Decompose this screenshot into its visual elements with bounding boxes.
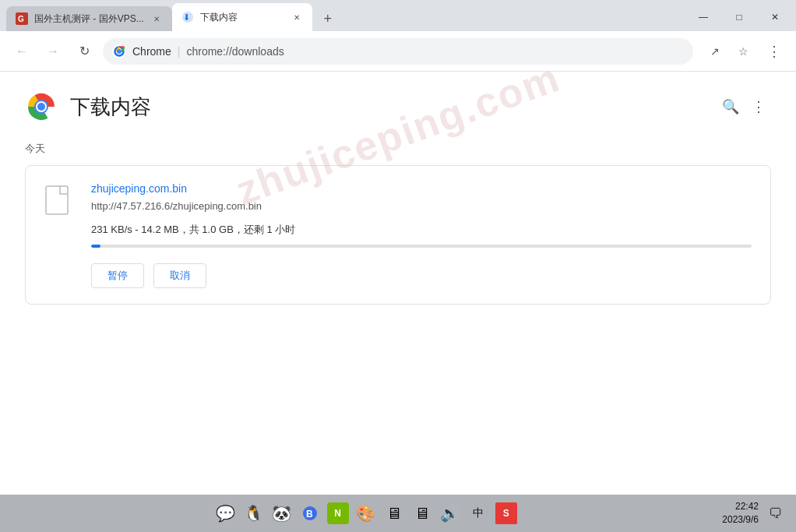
svg-text:B: B xyxy=(306,509,313,520)
refresh-button[interactable]: ↻ xyxy=(72,39,97,64)
wechat-icon[interactable]: 💬 xyxy=(215,502,237,524)
nvidia-icon[interactable]: N xyxy=(327,502,349,524)
progress-bar-container xyxy=(91,245,752,248)
page-menu-button[interactable]: ⋮ xyxy=(746,94,771,119)
new-tab-button[interactable]: + xyxy=(315,6,340,31)
window-controls: — □ ✕ xyxy=(685,6,796,31)
url-bar[interactable]: Chrome | chrome://downloads xyxy=(103,38,693,65)
notification-icon: 🗨 xyxy=(769,506,783,522)
notification-button[interactable]: 🗨 xyxy=(765,502,787,524)
input-method-icon[interactable]: 中 xyxy=(467,502,489,524)
search-icon: 🔍 xyxy=(722,98,739,115)
svg-rect-11 xyxy=(46,186,68,214)
bookmark-button[interactable]: ☆ xyxy=(731,39,755,64)
clock-date: 2023/9/6 xyxy=(722,513,759,527)
color-icon[interactable]: 🎨 xyxy=(355,502,377,524)
page-header: 下载内容 🔍 ⋮ xyxy=(25,90,771,123)
url-actions: ↗ ☆ xyxy=(703,39,755,64)
clock-time: 22:42 xyxy=(722,500,759,513)
download-url: http://47.57.216.6/zhujiceping.com.bin xyxy=(91,200,752,212)
url-separator: | xyxy=(178,45,181,58)
download-progress-text: 231 KB/s - 14.2 MB，共 1.0 GB，还剩 1 小时 xyxy=(91,223,752,237)
share-button[interactable]: ↗ xyxy=(703,39,727,64)
bluetooth-icon[interactable]: B xyxy=(299,502,321,524)
progress-bar-fill xyxy=(91,245,100,248)
maximize-button[interactable]: □ xyxy=(721,6,757,28)
page-content: zhujiceping.com 下载内容 🔍 xyxy=(0,72,796,495)
display2-icon[interactable]: 🖥 xyxy=(411,502,433,524)
tab-active-favicon: ⬇ xyxy=(181,11,194,23)
taskbar: 💬 🐧 🐼 B N 🎨 🖥 🖥 🔊 中 S 22:42 2023/9/6 🗨 xyxy=(0,495,796,532)
tab-active-title: 下载内容 xyxy=(200,11,284,24)
tab-inactive-close[interactable]: ✕ xyxy=(150,12,163,25)
page-header-left: 下载内容 xyxy=(25,90,151,123)
section-label: 今天 xyxy=(25,142,771,156)
qq2-icon[interactable]: 🐼 xyxy=(271,502,293,524)
download-actions: 暂停 取消 xyxy=(91,263,752,288)
forward-button[interactable]: → xyxy=(41,39,65,64)
tab-active[interactable]: ⬇ 下载内容 ✕ xyxy=(172,3,312,31)
refresh-icon: ↻ xyxy=(79,44,90,58)
browser-menu-icon: ⋮ xyxy=(767,43,781,60)
download-card: zhujiceping.com.bin http://47.57.216.6/z… xyxy=(25,165,771,305)
share-icon: ↗ xyxy=(710,45,720,58)
bluetooth-icon-svg: B xyxy=(302,506,318,521)
svg-text:G: G xyxy=(18,15,24,23)
close-button[interactable]: ✕ xyxy=(757,6,793,28)
browser-menu-button[interactable]: ⋮ xyxy=(762,39,787,64)
title-bar: G 国外主机测评 - 国外VPS... ✕ ⬇ 下载内容 ✕ + — □ ✕ xyxy=(0,0,796,31)
forward-icon: → xyxy=(47,44,59,58)
download-info: zhujiceping.com.bin http://47.57.216.6/z… xyxy=(91,181,752,288)
chrome-logo-icon xyxy=(112,44,126,58)
tab-active-close[interactable]: ✕ xyxy=(291,11,303,23)
url-text: chrome://downloads xyxy=(186,45,284,58)
taskbar-icons: 💬 🐧 🐼 B N 🎨 🖥 🖥 🔊 中 S xyxy=(9,502,722,524)
page-title: 下载内容 xyxy=(70,93,151,121)
svg-text:⬇: ⬇ xyxy=(183,12,190,22)
tab-inactive-favicon: G xyxy=(16,12,28,25)
minimize-button[interactable]: — xyxy=(685,6,721,28)
address-bar: ← → ↻ Chrome | chrome://downloads ↗ ☆ ⋮ xyxy=(0,31,796,72)
chrome-logo-large-icon xyxy=(25,90,58,123)
volume-icon[interactable]: 🔊 xyxy=(439,502,461,524)
search-button[interactable]: 🔍 xyxy=(718,94,743,119)
back-icon: ← xyxy=(16,44,28,58)
tab-inactive-title: 国外主机测评 - 国外VPS... xyxy=(34,12,144,26)
pause-button[interactable]: 暂停 xyxy=(91,263,144,288)
back-button[interactable]: ← xyxy=(9,39,34,64)
cancel-button[interactable]: 取消 xyxy=(153,263,206,288)
svg-point-10 xyxy=(37,103,45,111)
bookmark-icon: ☆ xyxy=(738,45,748,58)
file-icon xyxy=(44,185,76,222)
svg-point-6 xyxy=(117,49,122,54)
qq-icon[interactable]: 🐧 xyxy=(243,502,265,524)
page-menu-icon: ⋮ xyxy=(752,98,766,115)
taskbar-clock: 22:42 2023/9/6 xyxy=(722,500,759,527)
download-filename[interactable]: zhujiceping.com.bin xyxy=(91,182,187,195)
superoffice-icon[interactable]: S xyxy=(495,502,517,524)
tab-inactive[interactable]: G 国外主机测评 - 国外VPS... ✕ xyxy=(6,6,172,31)
page-header-actions: 🔍 ⋮ xyxy=(718,94,771,119)
browser-name: Chrome xyxy=(132,45,171,58)
display-icon[interactable]: 🖥 xyxy=(383,502,405,524)
